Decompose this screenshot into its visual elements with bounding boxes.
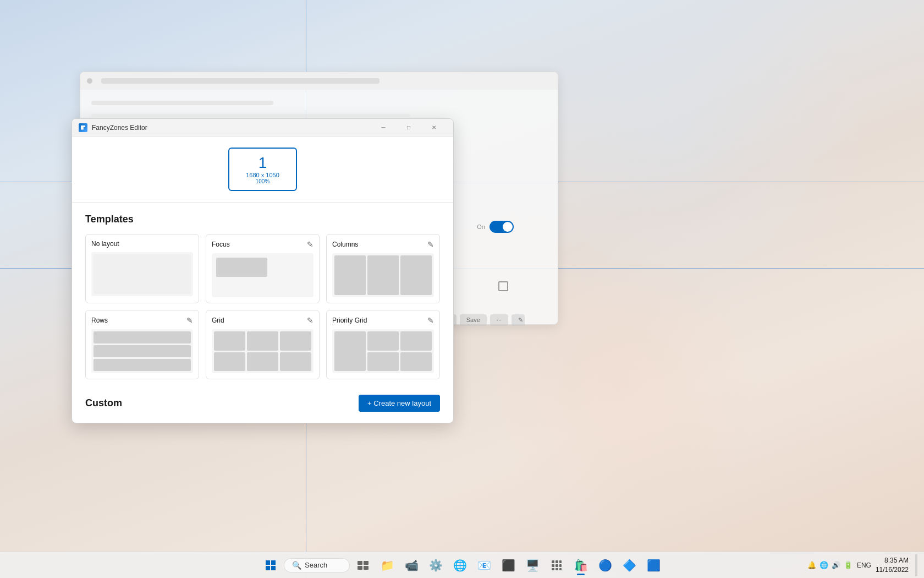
search-taskbar[interactable]: 🔍 Search	[284, 558, 350, 572]
template-name-priority-grid: Priority Grid	[332, 317, 367, 324]
template-name-grid: Grid	[212, 317, 224, 324]
taskbar-edge[interactable]: 🌐	[449, 554, 471, 576]
monitor-number: 1	[246, 154, 279, 172]
template-header-priority-grid: Priority Grid ✎	[332, 316, 434, 325]
template-card-priority-grid[interactable]: Priority Grid ✎	[326, 310, 440, 379]
template-preview-no-layout	[91, 252, 193, 296]
template-card-columns[interactable]: Columns ✎	[326, 234, 440, 303]
template-header-rows: Rows ✎	[91, 316, 193, 325]
taskbar-settings[interactable]: ⚙️	[425, 554, 447, 576]
svg-rect-14	[552, 568, 554, 570]
edit-columns-icon[interactable]: ✎	[427, 240, 434, 249]
svg-rect-3	[271, 566, 276, 570]
network-icon[interactable]: 🌐	[820, 561, 828, 569]
taskbar-clock[interactable]: 8:35 AM 11/16/2022	[876, 556, 909, 575]
template-preview-rows	[91, 329, 193, 373]
svg-rect-16	[559, 568, 562, 570]
template-card-rows[interactable]: Rows ✎	[85, 310, 199, 379]
taskbar-mail[interactable]: 📧	[473, 554, 495, 576]
template-card-grid[interactable]: Grid ✎	[206, 310, 320, 379]
task-view-button[interactable]	[352, 554, 374, 576]
taskbar-terminal[interactable]: ⬛	[497, 554, 519, 576]
taskbar-apps[interactable]	[546, 554, 568, 576]
svg-rect-6	[358, 566, 362, 570]
window-title: FancyZones Editor	[92, 124, 371, 132]
custom-section-title: Custom	[85, 397, 122, 409]
search-icon: 🔍	[292, 561, 301, 570]
svg-rect-4	[358, 561, 362, 565]
template-name-no-layout: No layout	[91, 240, 119, 248]
edit-focus-icon[interactable]: ✎	[307, 240, 314, 249]
notification-icon[interactable]: 🔔	[807, 561, 816, 569]
show-desktop-button[interactable]	[915, 554, 917, 576]
clock-time: 8:35 AM	[876, 556, 909, 565]
template-preview-focus	[212, 253, 314, 297]
taskbar-file-explorer[interactable]: 📁	[376, 554, 398, 576]
fancyzones-editor-window: FancyZones Editor ─ □ ✕ 1 924 x 578 10…	[72, 118, 454, 423]
taskbar-center-items: 🔍 Search 📁 📹 ⚙️ 🌐 📧 ⬛ 🖥️	[260, 554, 664, 576]
template-card-focus[interactable]: Focus ✎	[206, 234, 320, 303]
taskbar-teams[interactable]: 📹	[400, 554, 422, 576]
volume-icon[interactable]: 🔊	[832, 561, 840, 569]
templates-grid: No layout Focus ✎ Columns	[85, 234, 440, 379]
edit-rows-icon[interactable]: ✎	[186, 316, 193, 325]
template-header-focus: Focus ✎	[212, 240, 314, 249]
monitor-resolution: 924 x 578	[246, 172, 279, 178]
template-card-no-layout[interactable]: No layout	[85, 234, 199, 303]
search-taskbar-label: Search	[305, 561, 327, 569]
system-tray-icons: 🔔 🌐 🔊 🔋	[807, 561, 853, 569]
app-icon	[79, 123, 87, 132]
template-preview-grid	[212, 329, 314, 373]
monitor-area: 1 924 x 578 100%	[72, 137, 453, 203]
edit-priority-grid-icon[interactable]: ✎	[427, 316, 434, 325]
template-header-grid: Grid ✎	[212, 316, 314, 325]
svg-rect-13	[559, 564, 562, 567]
svg-rect-0	[266, 560, 270, 565]
templates-section-title: Templates	[85, 214, 440, 225]
clock-date: 11/16/2022	[876, 565, 909, 575]
maximize-button[interactable]: □	[396, 119, 421, 137]
svg-rect-9	[556, 560, 558, 563]
custom-section: Custom + Create new layout	[85, 392, 440, 412]
start-button[interactable]	[260, 554, 282, 576]
taskbar-screen[interactable]: 🖥️	[521, 554, 543, 576]
create-new-layout-button[interactable]: + Create new layout	[359, 395, 440, 412]
svg-rect-11	[552, 564, 554, 567]
minimize-button[interactable]: ─	[371, 119, 396, 137]
svg-rect-10	[559, 560, 562, 563]
window-titlebar: FancyZones Editor ─ □ ✕	[72, 119, 453, 137]
taskbar-app1[interactable]: 🔵	[594, 554, 616, 576]
svg-rect-12	[556, 564, 558, 567]
editor-content: Templates No layout Focus ✎	[72, 203, 453, 423]
taskbar-right: 🔔 🌐 🔊 🔋 ENG 8:35 AM 11/16/2022	[807, 554, 917, 576]
svg-rect-2	[266, 566, 270, 570]
battery-icon[interactable]: 🔋	[844, 561, 853, 569]
svg-rect-8	[552, 560, 554, 563]
monitor-percent: 100%	[246, 178, 279, 184]
svg-rect-7	[364, 566, 369, 570]
svg-rect-1	[271, 560, 276, 565]
template-name-focus: Focus	[212, 241, 230, 248]
monitor-card[interactable]: 1 924 x 578 100%	[228, 148, 297, 191]
template-name-rows: Rows	[91, 317, 108, 324]
taskbar-app3[interactable]: 🟦	[642, 554, 664, 576]
close-button[interactable]: ✕	[421, 119, 447, 137]
template-preview-columns	[332, 253, 434, 297]
template-preview-priority-grid	[332, 329, 434, 373]
window-controls: ─ □ ✕	[371, 119, 447, 137]
edit-grid-icon[interactable]: ✎	[307, 316, 314, 325]
taskbar: 🔍 Search 📁 📹 ⚙️ 🌐 📧 ⬛ 🖥️	[0, 552, 924, 578]
template-header-columns: Columns ✎	[332, 240, 434, 249]
template-name-columns: Columns	[332, 241, 358, 248]
svg-rect-5	[364, 561, 369, 565]
svg-rect-15	[556, 568, 558, 570]
taskbar-app2[interactable]: 🔷	[618, 554, 640, 576]
language-indicator[interactable]: ENG	[857, 561, 871, 569]
template-header-no-layout: No layout	[91, 240, 193, 248]
taskbar-store[interactable]: 🛍️	[570, 554, 592, 576]
